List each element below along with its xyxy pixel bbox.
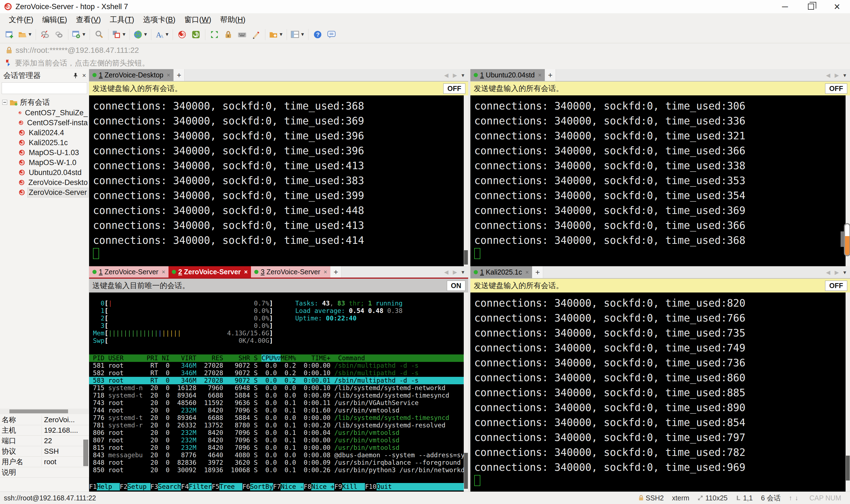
terminal-htop[interactable]: 0[| 0.7%] 1[ 0.0%] 2[ 0.0%] 3[ 0.0%]Mem[… [89,292,468,491]
lock-screen-button[interactable] [221,28,235,42]
address-bar[interactable]: ssh://root:******@192.168.47.111:22 [0,43,850,57]
expander-icon[interactable] [2,100,7,105]
process-row[interactable]: 806 root 20 0 232M 8420 7096 S 0.0 0.1 0… [89,429,468,436]
search-input[interactable] [2,83,92,94]
terminal-scrollbar[interactable] [464,292,468,491]
session-tab[interactable]: 1 Kali2025.1c× [470,266,532,278]
process-row[interactable]: 807 root 20 0 232M 8420 7096 S 0.0 0.1 0… [89,436,468,444]
find-button[interactable] [92,28,106,42]
new-tab-button[interactable]: + [545,69,556,81]
pane-splitter[interactable] [468,69,470,491]
process-row[interactable]: 781 systemd-r 20 0 26332 13752 8780 S 0.… [89,421,468,429]
web-launch-button[interactable]: ▼ [132,28,149,42]
dropdown-caret-icon[interactable]: ▼ [143,32,148,37]
menu-item[interactable]: 窗口(W) [180,14,215,26]
terminal-scrollbar[interactable] [846,292,850,491]
tab-scroll-left-icon[interactable]: ◀ [444,72,448,78]
process-row[interactable]: 582 root RT 0 346M 27028 9072 S 0.0 0.2 … [89,370,468,377]
dropdown-caret-icon[interactable]: ▼ [279,32,283,37]
process-row[interactable]: 850 root 20 0 30092 18936 10068 S 0.0 0.… [89,466,468,474]
pin-icon[interactable] [73,72,78,78]
dropdown-caret-icon[interactable]: ▼ [300,32,305,37]
help-button[interactable]: ? [311,28,325,42]
dropdown-caret-icon[interactable]: ▼ [82,32,86,37]
process-row[interactable]: 718 systemd-t 20 0 89364 6688 5884 S 0.0… [89,392,468,399]
message-board-button[interactable] [325,28,339,42]
session-tab[interactable]: 1 ZeroVoice-Desktop× [89,69,173,81]
tab-close-icon[interactable]: × [167,72,170,79]
session-item[interactable]: MapOS-U-1.03 [0,148,89,158]
tab-scroll-left-icon[interactable]: ◀ [444,269,448,275]
tab-close-icon[interactable]: × [161,268,165,276]
disconnect-button[interactable] [38,28,52,42]
session-tab[interactable]: 1 Ubuntu20.04std× [470,69,545,81]
session-item[interactable]: ZeroVoice-Server [0,187,89,197]
menu-item[interactable]: 工具(T) [105,14,139,26]
tab-list-dropdown-icon[interactable]: ▾ [462,72,464,78]
new-session-folder-button[interactable]: ▼ [267,28,284,42]
htop-table-header[interactable]: PID USER PRI NI VIRT RES SHR S CPU%▽MEM%… [89,355,468,362]
properties-hscrollbar[interactable] [0,409,89,414]
dropdown-caret-icon[interactable]: ▼ [28,32,32,37]
terminal-scrollbar[interactable] [464,95,468,266]
session-tab[interactable]: 2 ZeroVoice-Server× [169,266,251,277]
htop-function-keys[interactable]: F1Help F2Setup F3SearchF4FilterF5Tree F6… [89,483,468,490]
tab-scroll-right-icon[interactable]: ▶ [835,72,839,78]
process-row[interactable]: 843 messagebu 20 0 8776 4640 4080 S 0.0 … [89,451,468,459]
font-button[interactable]: AA▼ [154,28,171,42]
broadcast-toggle-button[interactable]: ON [447,281,466,291]
terminal-scrollbar[interactable] [846,95,850,266]
process-row[interactable]: 848 root 20 0 82836 3972 3620 S 0.0 0.0 … [89,459,468,466]
tab-list-dropdown-icon[interactable]: ▾ [843,72,846,78]
process-row[interactable]: 744 root 20 0 232M 8420 7096 S 0.0 0.1 0… [89,407,468,414]
scroll-thumb[interactable] [846,456,850,481]
menu-item[interactable]: 查看(V) [72,14,105,26]
session-properties-button[interactable]: ▼ [71,28,87,42]
process-row[interactable]: 743 root 20 0 48560 11592 9636 S 0.0 0.1… [89,399,468,407]
close-panel-icon[interactable]: × [82,72,86,79]
open-session-button[interactable]: ▼ [17,28,34,42]
process-row[interactable]: 815 root 20 0 232M 8420 7096 S 0.0 0.1 0… [89,444,468,451]
process-row[interactable]: 583 root RT 0 346M 27028 9072 S 0.0 0.2 … [89,377,468,384]
dropdown-caret-icon[interactable]: ▼ [164,32,169,37]
session-tab[interactable]: 1 ZeroVoice-Server× [89,266,169,277]
tab-close-icon[interactable]: × [244,268,248,276]
session-tree-root[interactable]: 所有会话 [0,97,89,108]
xagent-button[interactable] [175,28,189,42]
broadcast-toggle-button[interactable]: OFF [825,281,847,291]
process-row[interactable]: 715 systemd-n 20 0 16128 7960 6948 S 0.0… [89,384,468,392]
tab-close-icon[interactable]: × [538,72,541,79]
terminal[interactable]: connections: 340000, sockfd:0, time_used… [89,95,468,266]
menu-item[interactable]: 帮助(H) [216,14,250,26]
session-tab[interactable]: 3 ZeroVoice-Server× [251,266,330,277]
tab-scroll-right-icon[interactable]: ▶ [453,269,457,275]
session-item[interactable]: Ubuntu20.04std [0,167,89,178]
session-item[interactable]: MapOS-W-1.0 [0,158,89,167]
session-item[interactable]: CentOS7_ShuiZe_ [0,108,89,118]
minimize-button[interactable]: ─ [772,0,798,13]
tab-scroll-right-icon[interactable]: ▶ [453,72,457,78]
new-session-button[interactable] [3,28,17,42]
xftp-button[interactable] [189,28,203,42]
session-item[interactable]: Kali2025.1c [0,138,89,148]
process-row[interactable]: 581 root RT 0 346M 27028 9072 S 0.0 0.2 … [89,362,468,370]
broadcast-toggle-button[interactable]: OFF [443,84,465,94]
new-tab-button[interactable]: + [330,266,342,277]
scroll-position-indicator[interactable] [844,223,850,256]
session-item[interactable]: Kali2024.4 [0,128,89,138]
scroll-arrows-icon[interactable]: ↑↓ [789,494,801,502]
terminal[interactable]: connections: 340000, sockfd:0, time_used… [470,292,850,491]
close-button[interactable]: × [824,0,850,13]
restore-button[interactable] [798,0,824,13]
dropdown-caret-icon[interactable]: ▼ [122,32,126,37]
process-row[interactable]: 776 systemd-t 20 0 89364 6688 5884 S 0.0… [89,414,468,421]
scroll-thumb[interactable] [464,250,468,265]
menu-item[interactable]: 编辑(E) [38,14,72,26]
session-item[interactable]: CentOS7self-insta [0,118,89,128]
terminal[interactable]: connections: 340000, sockfd:0, time_used… [470,95,850,266]
menu-item[interactable]: 文件(F) [4,14,38,26]
new-tab-button[interactable]: + [173,69,185,81]
tab-scroll-left-icon[interactable]: ◀ [826,72,830,78]
hscroll-thumb[interactable] [10,410,68,413]
session-item[interactable]: ZeroVoice-Deskto [0,178,89,187]
